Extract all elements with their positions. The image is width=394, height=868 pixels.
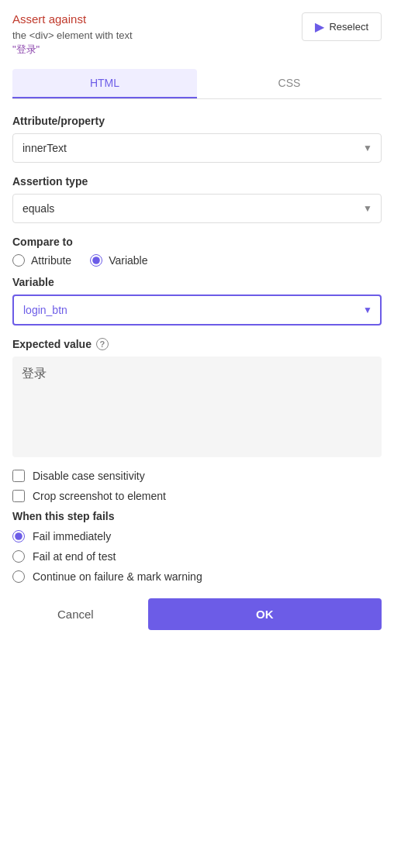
expected-value-section: Expected value ? 登录: [12, 338, 382, 457]
compare-to-radio-group: Attribute Variable: [12, 254, 382, 267]
compare-to-attribute-label: Attribute: [31, 254, 71, 267]
tabs-row: HTML CSS: [12, 69, 382, 99]
attribute-property-select[interactable]: innerText innerHTML value className id: [12, 133, 382, 163]
assert-against-info: Assert against the <div> element with te…: [12, 12, 133, 57]
compare-to-label: Compare to: [12, 236, 382, 248]
fail-end-option[interactable]: Fail at end of test: [12, 550, 382, 563]
when-fails-section: When this step fails Fail immediately Fa…: [12, 510, 382, 583]
tab-html[interactable]: HTML: [12, 69, 197, 98]
tab-css[interactable]: CSS: [197, 69, 382, 98]
crop-screenshot-option[interactable]: Crop screenshot to element: [12, 490, 382, 502]
compare-to-variable-radio[interactable]: [90, 254, 102, 267]
ok-button[interactable]: OK: [148, 598, 382, 630]
crop-screenshot-label: Crop screenshot to element: [33, 490, 166, 502]
footer-buttons: Cancel OK: [12, 598, 382, 630]
attribute-property-label: Attribute/property: [12, 115, 382, 127]
variable-label: Variable: [12, 276, 382, 288]
checkbox-section: Disable case sensitivity Crop screenshot…: [12, 470, 382, 502]
when-fails-label: When this step fails: [12, 510, 382, 522]
fail-immediately-option[interactable]: Fail immediately: [12, 530, 382, 542]
compare-to-section: Compare to Attribute Variable: [12, 236, 382, 267]
fail-end-radio[interactable]: [12, 550, 25, 563]
element-quoted: "登录": [12, 43, 40, 55]
variable-select[interactable]: login_btn username password: [12, 294, 382, 326]
reselect-button[interactable]: ▶ Reselect: [302, 12, 382, 41]
header-row: Assert against the <div> element with te…: [12, 12, 382, 57]
fail-immediately-label: Fail immediately: [33, 530, 111, 542]
expected-value-text: 登录: [22, 367, 47, 380]
reselect-label: Reselect: [329, 21, 368, 33]
expected-value-label-text: Expected value: [12, 338, 92, 350]
assertion-type-wrapper: equals contains starts with ends with ma…: [12, 194, 382, 223]
assertion-type-select[interactable]: equals contains starts with ends with ma…: [12, 194, 382, 223]
disable-case-label: Disable case sensitivity: [33, 470, 145, 482]
continue-warning-option[interactable]: Continue on failure & mark warning: [12, 570, 382, 583]
cursor-icon: ▶: [315, 19, 324, 34]
compare-to-variable-option[interactable]: Variable: [90, 254, 147, 267]
assert-against-title: Assert against: [12, 12, 133, 26]
expected-value-label-row: Expected value ?: [12, 338, 382, 350]
expected-value-box: 登录: [12, 356, 382, 457]
disable-case-checkbox[interactable]: [12, 470, 25, 482]
continue-warning-label: Continue on failure & mark warning: [33, 570, 202, 583]
attribute-property-wrapper: innerText innerHTML value className id ▼: [12, 133, 382, 163]
variable-select-wrapper: login_btn username password ▼: [12, 294, 382, 326]
disable-case-option[interactable]: Disable case sensitivity: [12, 470, 382, 482]
cancel-button[interactable]: Cancel: [12, 598, 139, 630]
continue-warning-radio[interactable]: [12, 570, 25, 583]
element-text: the <div> element with text: [12, 29, 133, 41]
crop-screenshot-checkbox[interactable]: [12, 490, 25, 502]
element-description: the <div> element with text "登录": [12, 29, 133, 57]
expected-value-help-icon[interactable]: ?: [96, 338, 109, 350]
fail-end-label: Fail at end of test: [33, 550, 116, 563]
assert-against-section: Assert against the <div> element with te…: [12, 12, 382, 57]
assertion-type-label: Assertion type: [12, 175, 382, 188]
compare-to-attribute-option[interactable]: Attribute: [12, 254, 71, 267]
fail-immediately-radio[interactable]: [12, 530, 25, 542]
compare-to-variable-label: Variable: [109, 254, 147, 267]
variable-section: Variable login_btn username password ▼: [12, 276, 382, 326]
compare-to-attribute-radio[interactable]: [12, 254, 25, 267]
